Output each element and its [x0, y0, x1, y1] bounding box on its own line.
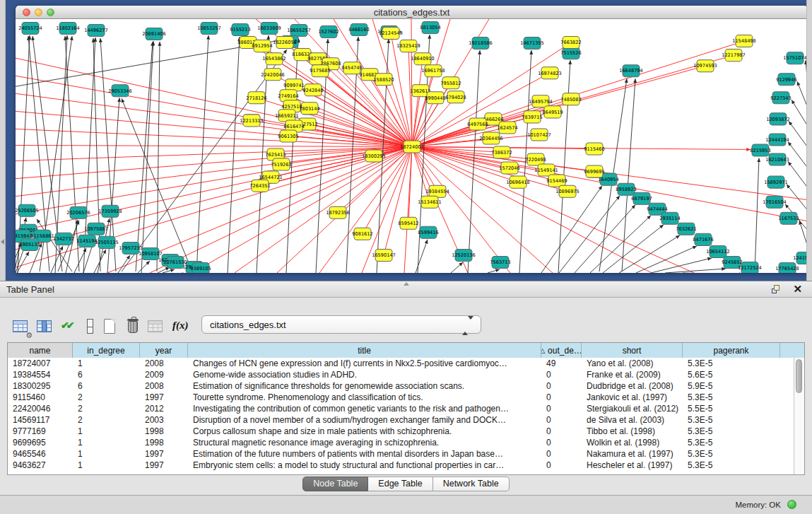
graph-node[interactable]: 17359928 — [98, 205, 122, 217]
graph-node[interactable]: 9155213 — [230, 24, 250, 36]
graph-node[interactable]: 12093872 — [766, 113, 790, 125]
graph-node[interactable]: 12520136 — [452, 249, 476, 261]
graph-node[interactable]: 9154469 — [546, 175, 567, 187]
tab-network-table[interactable]: Network Table — [433, 477, 510, 491]
graph-node[interactable]: 7485083 — [560, 93, 581, 105]
graph-node[interactable]: 1167533 — [778, 212, 799, 224]
table-row[interactable]: 977716911998Corpus callosum shape and si… — [8, 426, 794, 437]
table-panel-header[interactable]: Table Panel ✕ — [0, 281, 812, 298]
function-builder-icon[interactable]: f(x) — [172, 317, 192, 337]
graph-node[interactable]: 17016504 — [763, 196, 787, 208]
graph-node[interactable]: 7663822 — [560, 37, 581, 49]
graph-node[interactable]: 7955812 — [440, 77, 461, 89]
graph-node[interactable]: 12213313 — [240, 115, 264, 127]
graph-node[interactable]: 10655257 — [287, 25, 311, 37]
graph-node[interactable]: 12419046 — [793, 252, 808, 264]
graph-node[interactable]: 24055724 — [18, 23, 42, 35]
graph-node[interactable]: 9061305 — [278, 130, 298, 142]
graph-node[interactable]: 8215953 — [750, 144, 770, 156]
delete-table-icon[interactable] — [146, 317, 166, 337]
graph-node[interactable]: 9099741 — [283, 79, 304, 91]
graph-node[interactable]: 8813054 — [420, 22, 440, 34]
graph-node[interactable]: 20691406 — [142, 28, 166, 40]
new-table-icon[interactable] — [100, 317, 120, 337]
graph-node[interactable]: 7519263 — [271, 158, 291, 170]
column-header-short[interactable]: short — [582, 343, 683, 358]
column-visibility-icon[interactable] — [35, 317, 55, 337]
graph-node[interactable]: 16961758 — [421, 65, 445, 77]
graph-node[interactable]: 2749164 — [278, 90, 298, 102]
table-row[interactable]: 946362711997Embryonic stem cells: a mode… — [8, 460, 794, 471]
network-graph-canvas[interactable]: 2405572411802164144962772069140610853257… — [16, 19, 808, 273]
graph-node[interactable]: 10975887 — [84, 223, 108, 235]
graph-node[interactable]: 10654112 — [706, 245, 730, 257]
graph-node[interactable]: 7563713 — [490, 256, 510, 268]
vertical-scrollbar[interactable] — [794, 358, 804, 474]
close-panel-icon[interactable]: ✕ — [793, 284, 802, 295]
graph-node[interactable]: 14671355 — [520, 37, 544, 49]
graph-node[interactable]: 11802164 — [56, 23, 80, 35]
column-header-pagerank[interactable]: pagerank — [683, 343, 780, 358]
graph-node[interactable]: 20206576 — [66, 206, 90, 218]
graph-node[interactable]: 9115460 — [584, 143, 604, 155]
graph-node[interactable]: 7632621 — [676, 223, 696, 235]
graph-node[interactable]: 2803144 — [299, 103, 319, 115]
column-header-name[interactable]: name — [8, 343, 73, 358]
graph-node[interactable]: 10761530 — [163, 256, 187, 268]
panel-resize-grip[interactable] — [404, 282, 409, 286]
graph-node[interactable]: 18724007 — [400, 141, 424, 153]
column-header-out_de[interactable]: △out_de… — [541, 343, 582, 358]
graph-node[interactable]: 15892971 — [764, 176, 788, 188]
table-row[interactable]: 911546021997Tourette syndrome. Phenomeno… — [8, 392, 794, 403]
graph-node[interactable]: 19218586 — [469, 37, 493, 49]
graph-node[interactable]: 12172524 — [738, 262, 762, 273]
graph-node[interactable]: 12217987 — [722, 49, 746, 62]
table-row[interactable]: 969969511998Structural magnetic resonanc… — [8, 437, 794, 448]
graph-node[interactable]: 9699695 — [584, 165, 604, 177]
graph-node[interactable]: 22420046 — [261, 69, 285, 81]
graph-node[interactable]: 6794028 — [445, 91, 466, 103]
graph-node[interactable]: 12444194 — [765, 134, 789, 146]
tab-edge-table[interactable]: Edge Table — [368, 477, 433, 491]
graph-node[interactable]: 10696418 — [506, 176, 530, 188]
graph-node[interactable]: 7515526 — [560, 47, 581, 59]
scrollbar-thumb[interactable] — [796, 359, 802, 393]
graph-node[interactable]: 9081612 — [352, 228, 372, 240]
graph-node[interactable]: 25206505 — [16, 204, 39, 216]
citation-network-graph[interactable]: 2405572411802164144962772069140610853257… — [16, 19, 808, 273]
graph-node[interactable]: 17765428 — [775, 262, 799, 273]
graph-node[interactable]: 7386372 — [491, 146, 512, 158]
graph-node[interactable]: 16590147 — [372, 249, 396, 261]
table-row[interactable]: 1938455462009Genome-wide association stu… — [8, 369, 794, 380]
graph-node[interactable]: 14496277 — [84, 25, 108, 37]
graph-node[interactable]: 18300295 — [362, 150, 386, 162]
graph-node[interactable]: 2935114 — [659, 212, 680, 224]
table-row[interactable]: 946554611997Estimation of the future num… — [8, 448, 794, 460]
graph-node[interactable]: 29053346 — [108, 85, 132, 97]
table-row[interactable]: 1872400712008Changes of HCN gene express… — [8, 358, 794, 369]
graph-node[interactable]: 8595412 — [398, 217, 418, 229]
graph-node[interactable]: 18226058 — [273, 37, 297, 49]
graph-node[interactable]: 15134611 — [418, 196, 442, 208]
column-header-in_degree[interactable]: in_degree — [73, 343, 140, 358]
collapse-panel-arrow-icon[interactable] — [1, 239, 4, 245]
graph-node[interactable]: 9227343 — [770, 92, 791, 104]
graph-node[interactable]: 1527602 — [318, 26, 339, 38]
column-header-year[interactable]: year — [140, 343, 188, 358]
graph-node[interactable]: 18325419 — [396, 40, 420, 52]
graph-node[interactable]: 1588520 — [373, 74, 394, 86]
graph-node[interactable]: 6497568 — [467, 118, 488, 130]
table-row[interactable]: 2242004622012Investigating the contribut… — [8, 403, 794, 414]
float-panel-icon[interactable] — [772, 285, 781, 294]
graph-node[interactable]: 1342737 — [53, 233, 73, 245]
graph-node[interactable]: 18792356 — [326, 206, 350, 218]
graph-node[interactable]: 10853257 — [197, 23, 221, 35]
delete-entries-icon[interactable] — [124, 317, 143, 337]
graph-node[interactable]: 9242848 — [302, 84, 323, 96]
table-row[interactable]: 1456911722003Disruption of a novel membe… — [8, 414, 794, 426]
graph-node[interactable]: 10974593 — [693, 60, 717, 72]
table-source-select[interactable]: citations_edges.txt — [201, 315, 481, 334]
graph-node[interactable]: 9389105 — [190, 262, 211, 273]
graph-node[interactable]: 18640910 — [411, 53, 435, 65]
table-settings-icon[interactable]: ⚙ — [11, 317, 31, 337]
